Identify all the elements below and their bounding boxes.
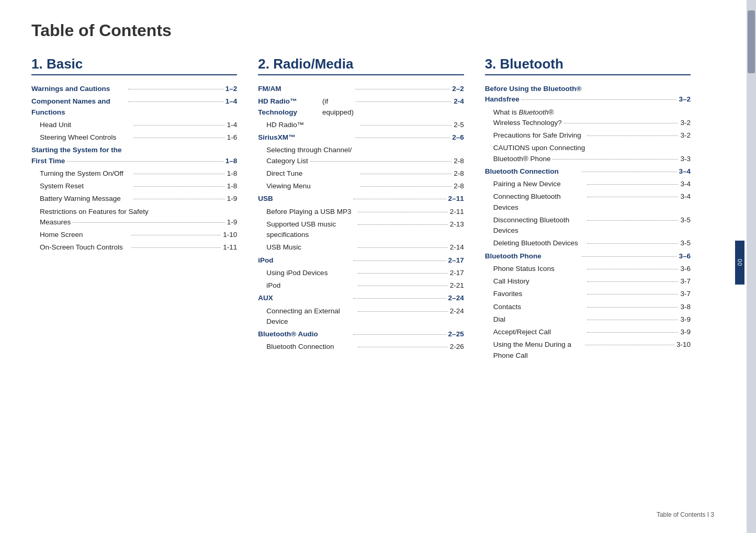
toc-entry: AUX 2–24 — [258, 293, 464, 303]
toc-entry: What is Bluetooth® Wireless Technology? … — [485, 107, 691, 129]
toc-entry: Before Using the Bluetooth® Handsfree 3–… — [485, 84, 691, 105]
toc-entry: FM/AM 2–2 — [258, 84, 464, 94]
toc-entry: Warnings and Cautions 1–2 — [31, 84, 237, 94]
toc-entry: Accept/Reject Call 3-9 — [485, 327, 691, 337]
toc-entry: Home Screen 1-10 — [31, 230, 237, 240]
toc-entry: USB 2–11 — [258, 194, 464, 204]
section1-column: 1. Basic Warnings and Cautions 1–2 Compo… — [31, 56, 237, 255]
toc-entry: Call History 3-7 — [485, 276, 691, 287]
toc-entry: SiriusXM™ 2–6 — [258, 132, 464, 143]
toc-entry: Head Unit 1-4 — [31, 120, 237, 130]
toc-entry: Bluetooth® Audio 2–25 — [258, 329, 464, 339]
toc-entry: Dial 3-9 — [485, 314, 691, 325]
toc-entry: Disconnecting Bluetooth Devices 3-5 — [485, 215, 691, 236]
toc-entry: Supported USB music specifications 2-13 — [258, 219, 464, 241]
toc-entry: Turning the System On/Off 1-8 — [31, 168, 237, 179]
scrollbar[interactable] — [747, 0, 756, 533]
toc-entry: Contacts 3-8 — [485, 302, 691, 312]
toc-entry: iPod 2–17 — [258, 255, 464, 266]
toc-entry: Before Playing a USB MP3 2-11 — [258, 207, 464, 217]
scrollbar-thumb[interactable] — [748, 10, 755, 73]
page-badge: 00 — [735, 241, 744, 285]
page-footer: Table of Contents I 3 — [657, 511, 714, 518]
toc-entry: HD Radio™ 2-5 — [258, 120, 464, 130]
toc-entry: Pairing a New Device 3-4 — [485, 179, 691, 189]
toc-entry: Using the Menu During a Phone Call 3-10 — [485, 339, 691, 361]
toc-entry: HD Radio™ Technology (if equipped) 2-4 — [258, 96, 464, 118]
toc-entry: Direct Tune 2-8 — [258, 168, 464, 179]
toc-entry: Component Names and Functions 1–4 — [31, 96, 237, 118]
toc-entry: Using iPod Devices 2-17 — [258, 268, 464, 278]
toc-entry: Starting the System for the First Time 1… — [31, 145, 237, 166]
toc-entry: iPod 2-21 — [258, 280, 464, 291]
toc-entry: System Reset 1-8 — [31, 181, 237, 191]
columns-wrapper: 1. Basic Warnings and Cautions 1–2 Compo… — [31, 56, 691, 363]
page-container: Table of Contents 1. Basic Warnings and … — [0, 0, 722, 384]
toc-entry: On-Screen Touch Controls 1-11 — [31, 242, 237, 253]
toc-entry: Phone Status Icons 3-6 — [485, 264, 691, 274]
section3-column: 3. Bluetooth Before Using the Bluetooth®… — [485, 56, 691, 363]
toc-entry: Precautions for Safe Driving 3-2 — [485, 130, 691, 141]
toc-entry: Bluetooth Connection 3–4 — [485, 166, 691, 177]
toc-entry: Viewing Menu 2-8 — [258, 181, 464, 191]
section1-heading: 1. Basic — [31, 56, 237, 75]
toc-entry: Battery Warning Message 1-9 — [31, 194, 237, 204]
toc-entry: Restrictions on Features for Safety Meas… — [31, 207, 237, 228]
section2-column: 2. Radio/Media FM/AM 2–2 HD Radio™ Techn… — [258, 56, 464, 355]
toc-entry: Connecting an External Device 2-24 — [258, 306, 464, 327]
toc-entry: Connecting Bluetooth Devices 3-4 — [485, 191, 691, 213]
section3-heading: 3. Bluetooth — [485, 56, 691, 75]
toc-entry: USB Music 2-14 — [258, 242, 464, 253]
toc-entry: Favorites 3-7 — [485, 289, 691, 299]
toc-entry: Bluetooth Connection 2-26 — [258, 342, 464, 352]
toc-entry: Selecting through Channel/ Category List… — [258, 145, 464, 166]
section2-heading: 2. Radio/Media — [258, 56, 464, 75]
toc-entry: Deleting Bluetooth Devices 3-5 — [485, 238, 691, 248]
toc-entry: Steering Wheel Controls 1-6 — [31, 132, 237, 143]
page-main-title: Table of Contents — [31, 21, 691, 40]
toc-entry: CAUTIONS upon Connecting Bluetooth® Phon… — [485, 143, 691, 164]
toc-entry: Bluetooth Phone 3–6 — [485, 251, 691, 262]
